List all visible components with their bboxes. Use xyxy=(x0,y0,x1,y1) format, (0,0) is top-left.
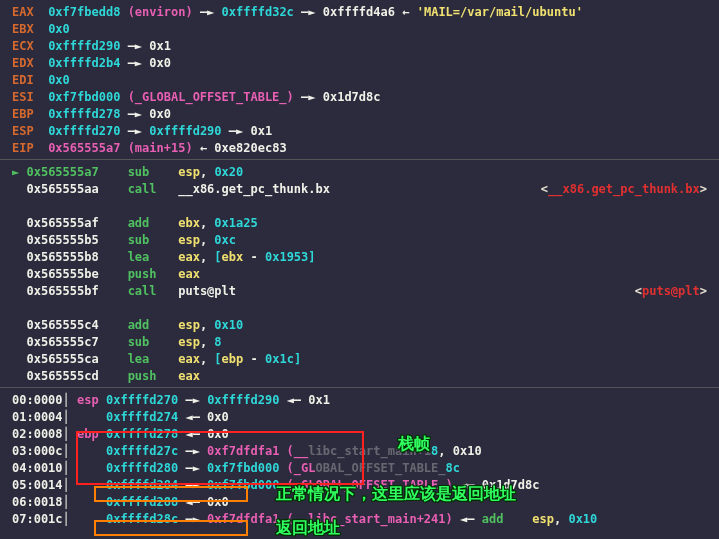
disasm-line: 0x565555cd push eax xyxy=(0,368,719,385)
register-line: EIP 0x565555a7 (main+15) ← 0xe820ec83 xyxy=(0,140,719,157)
register-line: EDX 0xffffd2b4 —► 0x0 xyxy=(0,55,719,72)
disassembly-panel: ► 0x565555a7 sub esp, 0x20 0x565555aa ca… xyxy=(0,164,719,385)
disasm-line: 0x565555ca lea eax, [ebp - 0x1c] xyxy=(0,351,719,368)
stack-line: 04:0010│ 0xffffd280 —► 0xf7fbd000 (_GLOB… xyxy=(0,460,719,477)
disasm-line: ► 0x565555a7 sub esp, 0x20 xyxy=(0,164,719,181)
register-line: ECX 0xffffd290 —► 0x1 xyxy=(0,38,719,55)
stack-line: 00:0000│ esp 0xffffd270 —► 0xffffd290 ◄—… xyxy=(0,392,719,409)
stack-line: 02:0008│ ebp 0xffffd278 ◄— 0x0 xyxy=(0,426,719,443)
stack-line: 03:000c│ 0xffffd27c —► 0xf7dfdfa1 (__lib… xyxy=(0,443,719,460)
disasm-line: 0x565555aa call __x86.get_pc_thunk.bx<__… xyxy=(0,181,719,198)
stack-line: 05:0014│ 0xffffd284 —► 0xf7fbd000 (_GLOB… xyxy=(0,477,719,494)
disasm-line: 0x565555b8 lea eax, [ebx - 0x1953] xyxy=(0,249,719,266)
disasm-line: 0x565555c4 add esp, 0x10 xyxy=(0,317,719,334)
separator xyxy=(0,387,719,388)
disasm-line xyxy=(0,198,719,215)
disasm-line xyxy=(0,300,719,317)
stack-line: 01:0004│ 0xffffd274 ◄— 0x0 xyxy=(0,409,719,426)
disasm-line: 0x565555af add ebx, 0x1a25 xyxy=(0,215,719,232)
disasm-line: 0x565555be push eax xyxy=(0,266,719,283)
register-line: ESP 0xffffd270 —► 0xffffd290 —► 0x1 xyxy=(0,123,719,140)
registers-panel: EAX 0xf7fbedd8 (environ) —► 0xffffd32c —… xyxy=(0,4,719,157)
register-line: EAX 0xf7fbedd8 (environ) —► 0xffffd32c —… xyxy=(0,4,719,21)
disasm-line: 0x565555b5 sub esp, 0xc xyxy=(0,232,719,249)
register-line: EBX 0x0 xyxy=(0,21,719,38)
disasm-line: 0x565555bf call puts@plt<puts@plt> xyxy=(0,283,719,300)
register-line: EDI 0x0 xyxy=(0,72,719,89)
register-line: EBP 0xffffd278 —► 0x0 xyxy=(0,106,719,123)
disasm-line: 0x565555c7 sub esp, 8 xyxy=(0,334,719,351)
stack-line: 07:001c│ 0xffffd28c —► 0xf7dfdfa1 (__lib… xyxy=(0,511,719,528)
stack-panel: 00:0000│ esp 0xffffd270 —► 0xffffd290 ◄—… xyxy=(0,392,719,528)
register-line: ESI 0xf7fbd000 (_GLOBAL_OFFSET_TABLE_) —… xyxy=(0,89,719,106)
separator xyxy=(0,159,719,160)
stack-line: 06:0018│ 0xffffd288 ◄— 0x0 xyxy=(0,494,719,511)
